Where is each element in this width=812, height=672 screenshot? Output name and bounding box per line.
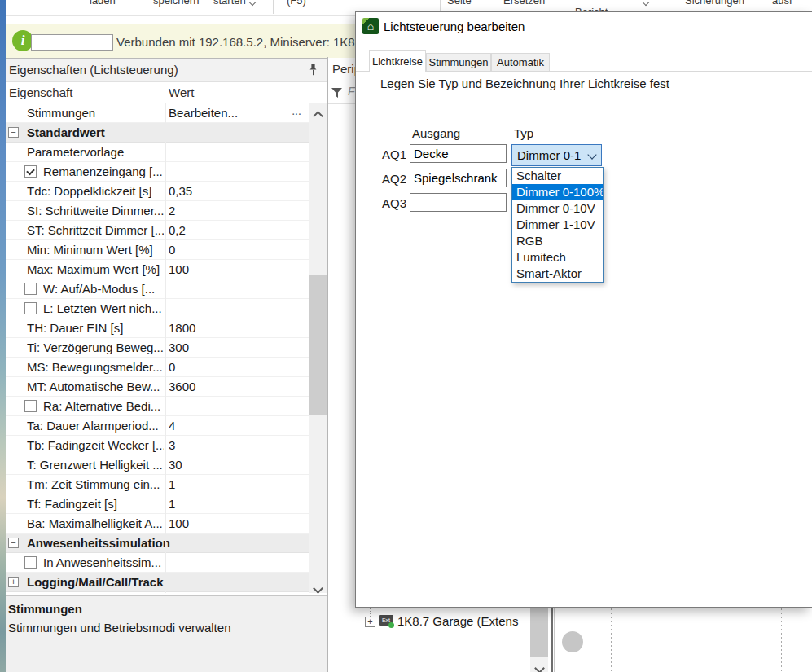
property-value[interactable]: 0,2 [169,223,283,237]
property-value[interactable]: 3 [169,438,283,452]
chevron-down-icon[interactable] [643,0,649,6]
dropdown-option[interactable]: Lumitech [512,249,603,266]
tab-stimmungen[interactable]: Stimmungen [426,53,491,72]
filter-placeholder[interactable]: F [348,85,355,98]
property-row[interactable]: In Anwesenheitssim... [6,553,309,573]
dropdown-option[interactable]: Dimmer 1-10V [512,217,603,233]
properties-scrollbar-thumb[interactable] [309,275,327,415]
dropdown-option[interactable]: Smart-Aktor [512,266,603,282]
filter-funnel-icon[interactable] [331,86,342,101]
tree-scrollbar-thumb[interactable] [530,608,548,657]
property-value[interactable]: 0,35 [169,184,283,198]
property-row[interactable]: StimmungenBearbeiten...... [6,103,309,123]
property-row[interactable]: −Standardwert [6,123,309,143]
dropdown-option[interactable]: Schalter [512,168,603,184]
scroll-up-arrow-icon[interactable] [309,103,327,118]
property-value[interactable]: 300 [169,340,283,354]
checkbox-checked[interactable] [24,165,37,178]
dropdown-option[interactable]: Dimmer 0-100% [512,184,603,200]
property-row[interactable]: MS: Bewegungsmelder...0 [6,358,309,377]
property-row[interactable]: TH: Dauer EIN [s]1800 [6,318,309,338]
property-value[interactable]: 4 [169,419,283,433]
property-name: T: Grenzwert Helligkeit ... [27,458,164,472]
chevron-down-icon[interactable] [587,150,596,159]
property-row[interactable]: Min: Minimum Wert [%]0 [6,240,309,260]
aq3-output-input[interactable] [410,193,507,212]
aq1-output-input[interactable] [410,144,507,163]
scroll-down-arrow-icon[interactable] [530,658,548,672]
tree-item-garage-extension[interactable]: 1K8.7 Garage (Extens [397,614,528,628]
property-row[interactable]: SI: Schrittweite Dimmer...2 [6,201,309,221]
toolbar-button-ersetzen[interactable]: Ersetzen [503,0,545,7]
property-row[interactable]: Tm: Zeit Stimmung ein...1 [6,475,309,494]
property-row[interactable]: +Logging/Mail/Call/Track [6,573,309,592]
toolbar-button-seite[interactable]: Seite [447,0,472,7]
property-value[interactable]: Bearbeiten... [169,106,283,120]
toolbar-button-laden[interactable]: laden [90,0,116,7]
collapse-icon[interactable]: − [8,127,19,138]
desktop-background-strip [0,0,6,672]
property-row[interactable]: Ra: Alternative Bedi... [6,397,309,416]
connection-status-text: Verbunden mit 192.168.5.2, Miniserver: 1… [116,35,384,49]
tree-expand-icon[interactable]: + [365,617,375,627]
property-row[interactable]: W: Auf/Ab-Modus [... [6,279,309,299]
pin-icon[interactable] [309,64,318,79]
filter-row: F [328,81,355,104]
checkbox-unchecked[interactable] [24,283,37,295]
property-name: MT: Automatische Bew... [27,380,164,393]
column-separator [165,103,166,593]
edit-ellipsis-button[interactable]: ... [287,104,306,121]
property-name: Remanenzeingang [... [43,165,164,178]
toolbar-button-starten[interactable]: starten [213,0,246,7]
property-value[interactable]: 1800 [169,321,283,335]
toolbar-button-f5[interactable]: (F5) [287,0,306,7]
property-row[interactable]: Tdc: Doppelklickzeit [s]0,35 [6,182,309,201]
property-row[interactable]: Ba: Maximalhelligkeit A...100 [6,514,309,534]
property-value[interactable]: 1 [169,477,283,491]
aq1-type-combobox[interactable]: Dimmer 0-1 [511,144,602,166]
checkbox-unchecked[interactable] [24,400,37,412]
dropdown-option[interactable]: Dimmer 0-10V [512,200,603,217]
property-name: MS: Bewegungsmelder... [27,360,164,374]
property-row[interactable]: Tf: Fadingzeit [s]1 [6,494,309,514]
checkbox-unchecked[interactable] [24,302,37,314]
toolbar-button-ausf[interactable]: ausf [772,0,792,7]
property-row[interactable]: T: Grenzwert Helligkeit ...30 [6,455,309,475]
property-value[interactable]: 2 [169,204,283,217]
property-row[interactable]: −Anwesenheitssimulation [6,534,309,553]
chevron-down-icon[interactable] [249,0,256,6]
property-row[interactable]: Max: Maximum Wert [%]100 [6,260,309,279]
panel-splitter[interactable] [551,608,553,672]
property-value[interactable]: 3600 [169,380,283,393]
property-row[interactable]: Tb: Fadingzeit Wecker [...3 [6,436,309,455]
property-row[interactable]: Remanenzeingang [... [6,162,309,182]
tab-lichtkreise[interactable]: Lichtkreise [369,50,426,72]
property-value[interactable]: 30 [169,458,283,472]
property-name: Ta: Dauer Alarmperiod... [27,419,164,433]
aq2-output-input[interactable] [410,169,507,187]
property-row[interactable]: L: Letzten Wert nich... [6,299,309,318]
expand-icon[interactable]: + [8,577,19,587]
toolbar-button-speichern[interactable]: speichern [153,0,199,7]
property-row[interactable]: ST: Schrittzeit Dimmer [...0,2 [6,221,309,240]
property-value[interactable]: 100 [169,516,283,530]
collapse-icon[interactable]: − [8,538,19,548]
toolbar-button-sicherungen[interactable]: Sicherungen [685,0,744,7]
lichtsteuerung-dialog: ⌂ Lichtsteuerung bearbeiten Lichtkreise … [355,11,812,608]
tab-automatik[interactable]: Automatik [491,53,550,72]
property-row[interactable]: MT: Automatische Bew...3600 [6,377,309,397]
checkbox-unchecked[interactable] [24,556,37,569]
dropdown-option[interactable]: RGB [512,233,603,249]
property-value[interactable]: 0 [169,360,283,374]
property-row[interactable]: Ti: Verzögerung Beweg...300 [6,338,309,358]
property-value[interactable]: 0 [169,243,283,257]
property-value[interactable]: 100 [169,262,283,276]
status-search-input[interactable] [31,34,113,51]
property-description-text: Stimmungen und Betriebsmodi verwalten [8,621,230,635]
property-row[interactable]: Parametervorlage [6,143,309,162]
property-name: TH: Dauer EIN [s] [27,321,164,335]
connection-status-bar: i Verbunden mit 192.168.5.2, Miniserver:… [6,24,355,59]
property-row[interactable]: Ta: Dauer Alarmperiod...4 [6,416,309,436]
property-value[interactable]: 1 [169,497,283,511]
scroll-down-arrow-icon[interactable] [309,578,327,593]
